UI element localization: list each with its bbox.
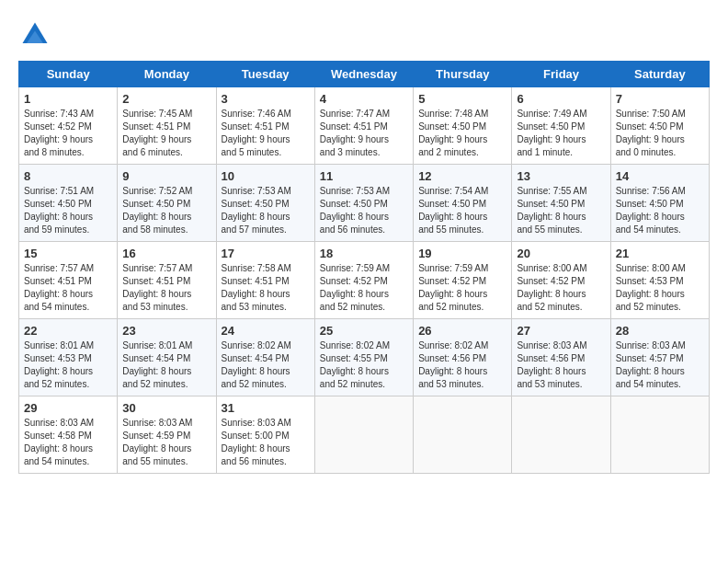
calendar-cell: 2Sunrise: 7:45 AM Sunset: 4:51 PM Daylig…	[118, 87, 216, 165]
day-number: 28	[616, 324, 704, 338]
calendar-week-row: 1Sunrise: 7:43 AM Sunset: 4:52 PM Daylig…	[19, 87, 710, 165]
calendar-header-row: SundayMondayTuesdayWednesdayThursdayFrid…	[19, 62, 710, 87]
day-info: Sunrise: 8:03 AM Sunset: 4:57 PM Dayligh…	[616, 339, 704, 391]
header-thursday: Thursday	[414, 62, 512, 87]
day-info: Sunrise: 7:47 AM Sunset: 4:51 PM Dayligh…	[320, 108, 408, 159]
logo-icon	[18, 18, 51, 52]
day-number: 23	[122, 324, 210, 338]
calendar-cell: 7Sunrise: 7:50 AM Sunset: 4:50 PM Daylig…	[610, 87, 709, 165]
day-number: 5	[418, 92, 506, 106]
calendar-table: SundayMondayTuesdayWednesdayThursdayFrid…	[18, 61, 710, 474]
calendar-cell: 25Sunrise: 8:02 AM Sunset: 4:55 PM Dayli…	[314, 319, 413, 396]
calendar-cell: 11Sunrise: 7:53 AM Sunset: 4:50 PM Dayli…	[314, 165, 413, 242]
calendar-cell: 23Sunrise: 8:01 AM Sunset: 4:54 PM Dayli…	[118, 319, 216, 396]
day-info: Sunrise: 8:02 AM Sunset: 4:55 PM Dayligh…	[320, 339, 408, 391]
day-number: 6	[517, 92, 605, 106]
day-info: Sunrise: 7:51 AM Sunset: 4:50 PM Dayligh…	[24, 185, 112, 236]
calendar-cell	[512, 396, 610, 474]
calendar-cell: 17Sunrise: 7:58 AM Sunset: 4:51 PM Dayli…	[216, 242, 314, 319]
day-info: Sunrise: 7:49 AM Sunset: 4:50 PM Dayligh…	[517, 108, 605, 159]
day-info: Sunrise: 8:01 AM Sunset: 4:54 PM Dayligh…	[122, 339, 210, 391]
day-number: 30	[122, 401, 210, 415]
day-info: Sunrise: 7:53 AM Sunset: 4:50 PM Dayligh…	[320, 185, 408, 236]
day-info: Sunrise: 7:43 AM Sunset: 4:52 PM Dayligh…	[24, 108, 112, 159]
day-number: 22	[24, 324, 112, 338]
day-info: Sunrise: 7:50 AM Sunset: 4:50 PM Dayligh…	[616, 108, 704, 159]
day-number: 2	[122, 92, 210, 106]
day-number: 25	[320, 324, 408, 338]
header-saturday: Saturday	[610, 62, 709, 87]
day-number: 19	[418, 247, 506, 260]
day-info: Sunrise: 7:59 AM Sunset: 4:52 PM Dayligh…	[418, 262, 506, 314]
calendar-cell: 20Sunrise: 8:00 AM Sunset: 4:52 PM Dayli…	[512, 242, 610, 319]
calendar-cell: 5Sunrise: 7:48 AM Sunset: 4:50 PM Daylig…	[414, 87, 512, 165]
day-info: Sunrise: 7:58 AM Sunset: 4:51 PM Dayligh…	[222, 262, 310, 314]
header-tuesday: Tuesday	[216, 62, 314, 87]
day-number: 20	[517, 247, 605, 260]
calendar-cell: 28Sunrise: 8:03 AM Sunset: 4:57 PM Dayli…	[610, 319, 709, 396]
day-info: Sunrise: 8:02 AM Sunset: 4:54 PM Dayligh…	[222, 339, 310, 391]
day-number: 12	[418, 169, 506, 183]
day-info: Sunrise: 7:54 AM Sunset: 4:50 PM Dayligh…	[418, 185, 506, 236]
day-info: Sunrise: 7:55 AM Sunset: 4:50 PM Dayligh…	[517, 185, 605, 236]
header-wednesday: Wednesday	[314, 62, 413, 87]
calendar-cell: 24Sunrise: 8:02 AM Sunset: 4:54 PM Dayli…	[216, 319, 314, 396]
header-sunday: Sunday	[19, 62, 118, 87]
day-number: 14	[616, 169, 704, 183]
calendar-cell	[414, 396, 512, 474]
calendar-cell: 6Sunrise: 7:49 AM Sunset: 4:50 PM Daylig…	[512, 87, 610, 165]
day-info: Sunrise: 7:46 AM Sunset: 4:51 PM Dayligh…	[222, 108, 310, 159]
day-number: 21	[616, 247, 704, 260]
calendar-cell: 8Sunrise: 7:51 AM Sunset: 4:50 PM Daylig…	[19, 165, 118, 242]
day-number: 3	[222, 92, 310, 106]
day-number: 11	[320, 169, 408, 183]
day-number: 17	[222, 247, 310, 260]
day-number: 15	[24, 247, 112, 260]
day-info: Sunrise: 7:59 AM Sunset: 4:52 PM Dayligh…	[320, 262, 408, 314]
day-info: Sunrise: 8:03 AM Sunset: 4:56 PM Dayligh…	[517, 339, 605, 391]
day-number: 18	[320, 247, 408, 260]
day-number: 8	[24, 169, 112, 183]
header-monday: Monday	[118, 62, 216, 87]
calendar-week-row: 29Sunrise: 8:03 AM Sunset: 4:58 PM Dayli…	[19, 396, 710, 474]
day-number: 4	[320, 92, 408, 106]
day-info: Sunrise: 7:57 AM Sunset: 4:51 PM Dayligh…	[24, 262, 112, 314]
logo	[18, 18, 57, 52]
day-number: 9	[122, 169, 210, 183]
calendar-cell: 13Sunrise: 7:55 AM Sunset: 4:50 PM Dayli…	[512, 165, 610, 242]
calendar-week-row: 8Sunrise: 7:51 AM Sunset: 4:50 PM Daylig…	[19, 165, 710, 242]
calendar-cell: 19Sunrise: 7:59 AM Sunset: 4:52 PM Dayli…	[414, 242, 512, 319]
calendar-cell: 31Sunrise: 8:03 AM Sunset: 5:00 PM Dayli…	[216, 396, 314, 474]
calendar-cell	[314, 396, 413, 474]
calendar-cell: 4Sunrise: 7:47 AM Sunset: 4:51 PM Daylig…	[314, 87, 413, 165]
day-number: 29	[24, 401, 112, 415]
day-info: Sunrise: 8:00 AM Sunset: 4:52 PM Dayligh…	[517, 262, 605, 314]
calendar-cell: 15Sunrise: 7:57 AM Sunset: 4:51 PM Dayli…	[19, 242, 118, 319]
calendar-cell: 29Sunrise: 8:03 AM Sunset: 4:58 PM Dayli…	[19, 396, 118, 474]
day-info: Sunrise: 7:52 AM Sunset: 4:50 PM Dayligh…	[122, 185, 210, 236]
day-number: 7	[616, 92, 704, 106]
day-number: 13	[517, 169, 605, 183]
calendar-cell	[610, 396, 709, 474]
day-info: Sunrise: 8:03 AM Sunset: 4:58 PM Dayligh…	[24, 417, 112, 468]
calendar-cell: 1Sunrise: 7:43 AM Sunset: 4:52 PM Daylig…	[19, 87, 118, 165]
page-header	[18, 18, 710, 52]
day-number: 10	[222, 169, 310, 183]
day-info: Sunrise: 8:00 AM Sunset: 4:53 PM Dayligh…	[616, 262, 704, 314]
calendar-cell: 16Sunrise: 7:57 AM Sunset: 4:51 PM Dayli…	[118, 242, 216, 319]
calendar-cell: 9Sunrise: 7:52 AM Sunset: 4:50 PM Daylig…	[118, 165, 216, 242]
calendar-week-row: 22Sunrise: 8:01 AM Sunset: 4:53 PM Dayli…	[19, 319, 710, 396]
day-number: 1	[24, 92, 112, 106]
calendar-cell: 22Sunrise: 8:01 AM Sunset: 4:53 PM Dayli…	[19, 319, 118, 396]
day-info: Sunrise: 8:01 AM Sunset: 4:53 PM Dayligh…	[24, 339, 112, 391]
calendar-cell: 14Sunrise: 7:56 AM Sunset: 4:50 PM Dayli…	[610, 165, 709, 242]
calendar-cell: 3Sunrise: 7:46 AM Sunset: 4:51 PM Daylig…	[216, 87, 314, 165]
calendar-cell: 12Sunrise: 7:54 AM Sunset: 4:50 PM Dayli…	[414, 165, 512, 242]
day-info: Sunrise: 8:02 AM Sunset: 4:56 PM Dayligh…	[418, 339, 506, 391]
day-info: Sunrise: 7:57 AM Sunset: 4:51 PM Dayligh…	[122, 262, 210, 314]
calendar-cell: 30Sunrise: 8:03 AM Sunset: 4:59 PM Dayli…	[118, 396, 216, 474]
day-number: 16	[122, 247, 210, 260]
header-friday: Friday	[512, 62, 610, 87]
day-number: 31	[222, 401, 310, 415]
calendar-cell: 18Sunrise: 7:59 AM Sunset: 4:52 PM Dayli…	[314, 242, 413, 319]
